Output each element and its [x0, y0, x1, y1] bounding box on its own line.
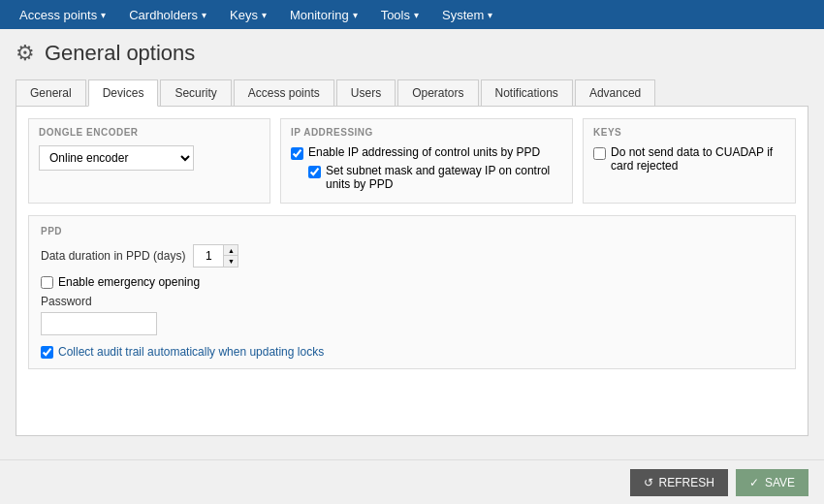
- keys-section: KEYS Do not send data to CUADAP if card …: [583, 118, 796, 204]
- nav-access-points-chevron: ▾: [101, 10, 106, 20]
- top-sections-row: DONGLE ENCODER Online encoder Offline en…: [28, 118, 796, 204]
- keys-checkbox[interactable]: [593, 147, 606, 160]
- refresh-button[interactable]: ↺ REFRESH: [630, 469, 728, 496]
- page-title: General options: [45, 41, 195, 66]
- tab-general[interactable]: General: [16, 79, 86, 106]
- ppd-duration-input[interactable]: [194, 245, 223, 267]
- tab-users[interactable]: Users: [336, 79, 396, 106]
- ip-checkbox2-row: Set subnet mask and gateway IP on contro…: [308, 164, 562, 191]
- ppd-title: PPD: [41, 226, 783, 236]
- nav-system-label: System: [442, 8, 484, 22]
- save-button[interactable]: ✓ SAVE: [736, 469, 808, 496]
- ip-addressing-title: IP ADDRESSING: [291, 127, 562, 138]
- ppd-stepper-col: ▲ ▼: [223, 245, 238, 267]
- ppd-emergency-row: Enable emergency opening: [41, 275, 783, 289]
- nav-access-points-label: Access points: [19, 8, 97, 22]
- ppd-stepper-up[interactable]: ▲: [224, 245, 238, 256]
- nav-keys[interactable]: Keys ▾: [218, 0, 278, 29]
- top-nav: Access points ▾ Cardholders ▾ Keys ▾ Mon…: [0, 0, 824, 29]
- ip-checkbox1[interactable]: [291, 147, 303, 160]
- ppd-duration-input-wrap: ▲ ▼: [193, 244, 238, 268]
- ip-checkbox1-row: Enable IP addressing of control units by…: [291, 145, 562, 160]
- ppd-section: PPD Data duration in PPD (days) ▲ ▼: [28, 215, 796, 369]
- dongle-encoder-section: DONGLE ENCODER Online encoder Offline en…: [28, 118, 270, 204]
- ppd-password-input[interactable]: [41, 312, 157, 335]
- ppd-password-label: Password: [41, 295, 783, 308]
- nav-monitoring-chevron: ▾: [353, 10, 358, 20]
- ppd-emergency-label: Enable emergency opening: [58, 275, 200, 289]
- ppd-emergency-checkbox[interactable]: [41, 276, 53, 289]
- gear-icon: ⚙: [16, 41, 35, 66]
- tab-advanced[interactable]: Advanced: [575, 79, 655, 106]
- keys-title: KEYS: [593, 127, 785, 138]
- nav-cardholders[interactable]: Cardholders ▾: [117, 0, 218, 29]
- nav-tools-chevron: ▾: [414, 10, 419, 20]
- ppd-collect-row: Collect audit trail automatically when u…: [41, 345, 783, 359]
- ip-checkbox1-label: Enable IP addressing of control units by…: [308, 145, 540, 159]
- bottom-bar: ↺ REFRESH ✓ SAVE: [0, 459, 824, 504]
- keys-checkbox-row: Do not send data to CUADAP if card rejec…: [593, 145, 785, 173]
- page-wrapper: Access points ▾ Cardholders ▾ Keys ▾ Mon…: [0, 0, 824, 504]
- ip-checkbox2-label: Set subnet mask and gateway IP on contro…: [326, 164, 562, 191]
- tab-access-points[interactable]: Access points: [234, 79, 334, 106]
- nav-cardholders-label: Cardholders: [129, 8, 198, 22]
- page-title-area: ⚙ General options: [16, 41, 808, 66]
- nav-monitoring[interactable]: Monitoring ▾: [278, 0, 369, 29]
- refresh-label: REFRESH: [659, 476, 714, 489]
- ppd-password-area: Password: [41, 295, 783, 335]
- refresh-icon: ↺: [644, 476, 653, 489]
- save-label: SAVE: [765, 476, 795, 489]
- ppd-stepper-down[interactable]: ▼: [224, 256, 238, 267]
- tab-devices[interactable]: Devices: [88, 79, 159, 107]
- dongle-encoder-select[interactable]: Online encoder Offline encoder: [39, 145, 194, 171]
- content-area: ⚙ General options General Devices Securi…: [0, 29, 824, 504]
- tabs-bar: General Devices Security Access points U…: [16, 79, 808, 107]
- nav-system-chevron: ▾: [488, 10, 492, 20]
- nav-access-points[interactable]: Access points ▾: [8, 0, 117, 29]
- nav-keys-chevron: ▾: [262, 10, 267, 20]
- ppd-duration-label: Data duration in PPD (days): [41, 249, 185, 263]
- nav-monitoring-label: Monitoring: [290, 8, 349, 22]
- ppd-duration-row: Data duration in PPD (days) ▲ ▼: [41, 244, 783, 268]
- ip-addressing-section: IP ADDRESSING Enable IP addressing of co…: [280, 118, 573, 204]
- nav-tools-label: Tools: [381, 8, 410, 22]
- ppd-collect-label: Collect audit trail automatically when u…: [58, 345, 324, 359]
- save-icon: ✓: [749, 476, 759, 489]
- main-panel: DONGLE ENCODER Online encoder Offline en…: [16, 107, 808, 436]
- nav-keys-label: Keys: [230, 8, 258, 22]
- tab-notifications[interactable]: Notifications: [481, 79, 573, 106]
- ip-checkbox2[interactable]: [308, 166, 321, 178]
- tab-operators[interactable]: Operators: [397, 79, 478, 106]
- ppd-collect-checkbox[interactable]: [41, 346, 53, 359]
- nav-tools[interactable]: Tools ▾: [369, 0, 430, 29]
- nav-cardholders-chevron: ▾: [202, 10, 206, 20]
- nav-system[interactable]: System ▾: [430, 0, 504, 29]
- dongle-encoder-title: DONGLE ENCODER: [39, 127, 260, 138]
- tab-security[interactable]: Security: [160, 79, 231, 106]
- keys-checkbox-label: Do not send data to CUADAP if card rejec…: [611, 145, 785, 173]
